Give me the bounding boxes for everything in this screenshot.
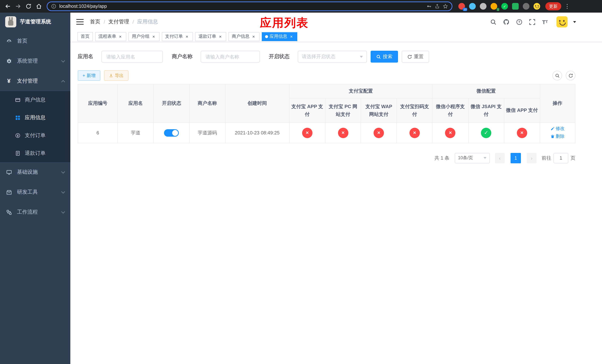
extension-check-icon[interactable]: ✓ <box>501 3 508 10</box>
chevron-down-icon <box>61 170 65 173</box>
breadcrumb-payment[interactable]: 支付管理 <box>108 19 129 25</box>
cell-app-name: 芋道 <box>118 123 153 143</box>
tab-refund-orders[interactable]: 退款订单× <box>195 32 226 41</box>
close-icon[interactable]: × <box>184 34 190 39</box>
font-size-icon[interactable]: TT <box>541 18 549 26</box>
sidebar-item-home[interactable]: 首页 <box>0 31 70 51</box>
home-icon[interactable] <box>34 1 44 11</box>
fullscreen-icon[interactable] <box>528 18 536 26</box>
sidebar-item-refund-orders[interactable]: 退款订单 <box>0 144 70 162</box>
address-bar[interactable]: localhost:1024/pay/app <box>47 1 452 11</box>
sidebar-item-label: 退款订单 <box>25 150 45 157</box>
delete-link[interactable]: 删除 <box>550 133 565 140</box>
status-check-icon: ✓ <box>481 128 491 138</box>
sidebar-item-dev-tools[interactable]: 研发工具 <box>0 182 70 202</box>
active-dot <box>265 35 268 38</box>
extension-icon[interactable] <box>480 3 486 10</box>
column-header: 支付宝扫码支付 <box>397 98 432 123</box>
tab-merchant-info[interactable]: 商户信息× <box>228 32 259 41</box>
export-button[interactable]: 导出 <box>104 70 129 81</box>
sidebar-item-workflow[interactable]: 工作流程 <box>0 202 70 222</box>
goto-label: 前往 <box>542 155 551 161</box>
browser-menu-icon[interactable]: ⋮ <box>563 3 571 10</box>
extension-emoji-icon[interactable] <box>534 3 540 10</box>
next-page-button[interactable]: › <box>527 153 537 163</box>
close-icon[interactable]: × <box>151 34 156 39</box>
chevron-down-icon <box>61 190 65 193</box>
app-table: 应用编号 应用名 开启状态 商户名称 创建时间 支付宝配置 微信配置 操作 支付… <box>78 84 575 143</box>
sidebar-item-app-info[interactable]: 应用信息 <box>0 109 70 127</box>
page-size-select[interactable]: 10条/页 <box>455 153 490 163</box>
reset-button[interactable]: 重置 <box>402 51 429 63</box>
add-button[interactable]: + 新增 <box>78 70 100 81</box>
sidebar-item-payment[interactable]: ¥ 支付管理 <box>0 71 70 91</box>
reload-icon[interactable] <box>24 1 33 11</box>
search-icon[interactable] <box>489 18 497 26</box>
close-icon[interactable]: × <box>218 34 223 39</box>
status-toggle[interactable] <box>164 129 179 137</box>
close-icon[interactable]: × <box>289 34 294 39</box>
sidebar-item-merchant-info[interactable]: 商户信息 <box>0 91 70 109</box>
github-icon[interactable] <box>502 18 510 26</box>
extension-icon[interactable] <box>469 3 476 10</box>
info-icon[interactable] <box>51 4 56 9</box>
tab-pay-orders[interactable]: 支付订单× <box>162 32 193 41</box>
box-icon <box>6 189 12 195</box>
share-icon[interactable] <box>435 4 440 9</box>
edit-link[interactable]: 修改 <box>550 125 565 132</box>
tab-app-info[interactable]: 应用信息× <box>262 32 297 41</box>
bookmark-star-icon[interactable] <box>443 4 448 9</box>
collapse-sidebar-icon[interactable] <box>76 19 84 25</box>
sidebar-item-label: 商户信息 <box>25 97 45 103</box>
url-text: localhost:1024/pay/app <box>59 4 107 9</box>
user-avatar[interactable] <box>557 16 568 27</box>
prev-page-button[interactable]: ‹ <box>495 153 505 163</box>
toggle-search-button[interactable] <box>552 71 562 80</box>
group-header-wechat: 微信配置 <box>432 84 540 98</box>
column-header: 应用名 <box>118 84 153 123</box>
sidebar-item-infrastructure[interactable]: 基础设施 <box>0 162 70 182</box>
refresh-table-button[interactable] <box>566 71 575 80</box>
tab-home[interactable]: 首页 <box>77 32 93 41</box>
user-menu-caret-icon[interactable] <box>573 21 576 23</box>
extensions-area: 10 1 ✓ <box>458 3 540 10</box>
status-select[interactable]: 请选择开启状态 <box>298 51 367 63</box>
breadcrumb-home[interactable]: 首页 <box>90 19 100 25</box>
goto-page-input[interactable] <box>553 153 568 163</box>
chevron-up-icon <box>61 80 65 84</box>
dashboard-icon <box>6 38 12 44</box>
status-cross-icon: × <box>338 128 348 138</box>
close-icon[interactable]: × <box>251 34 256 39</box>
column-header: 支付宝 PC 网站支付 <box>325 98 361 123</box>
app-title: 芋道管理系统 <box>20 19 51 25</box>
chrome-update-button[interactable]: 更新 <box>545 2 561 10</box>
svg-text:?: ? <box>518 20 520 24</box>
sidebar-item-pay-orders[interactable]: 支付订单 <box>0 127 70 144</box>
page-number-button[interactable]: 1 <box>511 153 521 163</box>
sidebar-item-label: 支付订单 <box>25 132 45 139</box>
help-icon[interactable]: ? <box>515 18 523 26</box>
chevron-down-icon <box>61 210 65 214</box>
tab-process-form[interactable]: 流程表单× <box>95 32 126 41</box>
password-key-icon[interactable] <box>427 4 432 9</box>
status-label: 开启状态 <box>269 53 290 60</box>
tab-user-group[interactable]: 用户分组× <box>129 32 160 41</box>
pencil-icon <box>550 127 555 131</box>
sidebar-item-system[interactable]: 系统管理 <box>0 51 70 71</box>
browser-toolbar: localhost:1024/pay/app 10 1 ✓ 更新 ⋮ <box>0 0 602 13</box>
extension-icon[interactable] <box>512 3 519 10</box>
profile-avatar-icon[interactable]: 1 <box>491 3 497 10</box>
extension-icon[interactable]: 10 <box>458 3 465 10</box>
pagination: 共 1 条 10条/页 ‹ 1 › 前往 页 <box>78 153 575 163</box>
column-header-actions: 操作 <box>540 84 575 123</box>
forward-icon[interactable] <box>13 1 23 11</box>
extension-puzzle-icon[interactable] <box>523 3 529 10</box>
merchant-name-input[interactable] <box>201 51 260 63</box>
content-area: 应用名 商户名称 开启状态 请选择开启状态 搜索 <box>70 42 602 364</box>
app-name-input[interactable] <box>101 51 163 63</box>
back-icon[interactable] <box>3 1 13 11</box>
close-icon[interactable]: × <box>118 34 123 39</box>
search-button[interactable]: 搜索 <box>371 51 398 63</box>
app-logo[interactable]: 芋道管理系统 <box>0 13 70 31</box>
document-icon <box>15 150 20 156</box>
